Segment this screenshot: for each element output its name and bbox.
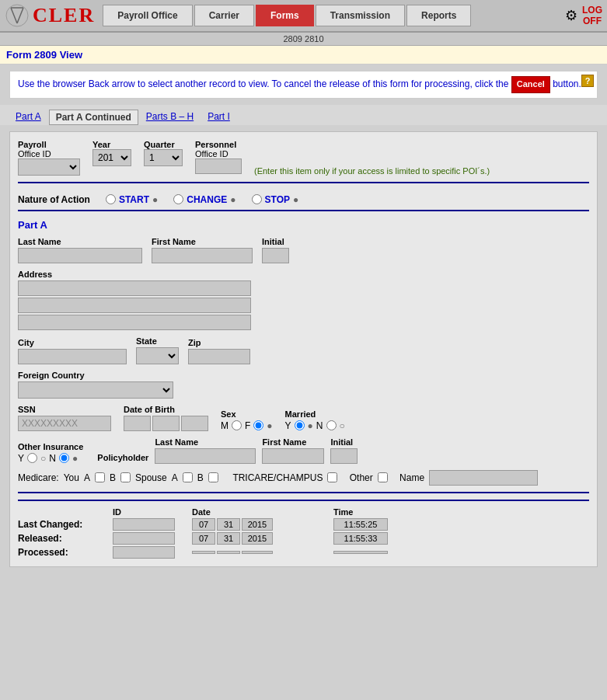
married-n-label: N — [316, 420, 323, 431]
tab-transmission[interactable]: Transmission — [316, 5, 405, 26]
medicare-spouse-label: Spouse — [135, 472, 167, 483]
start-label: START — [119, 194, 149, 205]
dob-month-input[interactable] — [124, 416, 151, 431]
page-title-bar: Form 2809 View — [0, 46, 607, 64]
processed-id-input[interactable] — [113, 546, 175, 559]
married-y-radio[interactable] — [295, 420, 305, 430]
sex-f-label: F — [245, 420, 250, 431]
tab-part-i[interactable]: Part I — [201, 110, 236, 125]
year-select[interactable]: 201 — [92, 149, 131, 166]
sex-label: Sex — [221, 409, 273, 419]
other-insurance-label: Other Insurance — [18, 442, 83, 451]
medicare-spouse-a-checkbox[interactable] — [183, 472, 193, 482]
cancel-button[interactable]: Cancel — [511, 76, 550, 93]
tab-reports[interactable]: Reports — [406, 5, 471, 26]
sex-m-radio[interactable] — [232, 420, 242, 430]
other-label: Other — [350, 472, 373, 483]
log-off-button[interactable]: LOGOFF — [582, 5, 602, 26]
zip-input[interactable] — [188, 349, 250, 364]
insurance-row: Other Insurance Y ○ N ● Policyholder Las… — [18, 437, 589, 464]
tricare-checkbox[interactable] — [327, 472, 337, 482]
last-changed-month: 07 — [192, 518, 215, 531]
married-n-radio[interactable] — [326, 420, 337, 430]
ssn-input[interactable] — [18, 416, 111, 431]
payroll-office-select[interactable] — [18, 158, 80, 176]
poi-hint: (Enter this item only if your access is … — [254, 166, 490, 176]
city-label: City — [18, 338, 127, 347]
tab-payroll-office[interactable]: Payroll Office — [103, 5, 192, 26]
address-stack — [18, 280, 589, 330]
initial-group: Initial — [262, 237, 289, 263]
change-radio[interactable] — [173, 194, 183, 204]
processed-day — [217, 551, 240, 554]
medicare-spouse-b-label: B — [197, 472, 204, 483]
tab-carrier[interactable]: Carrier — [194, 5, 254, 26]
personnel-office-input[interactable] — [195, 158, 242, 174]
last-changed-year: 2015 — [242, 518, 273, 531]
dob-day-input[interactable] — [152, 416, 180, 431]
address-input-3[interactable] — [18, 315, 251, 330]
status-blank — [18, 507, 111, 517]
ph-initial-label: Initial — [330, 437, 358, 447]
married-group: Married Y ● N ○ — [285, 409, 345, 431]
ph-first-name-input[interactable] — [262, 448, 324, 464]
payroll-label1: Payroll — [18, 140, 80, 149]
status-time-header: Time — [333, 507, 442, 517]
other-ins-y-radio[interactable] — [27, 453, 37, 463]
other-ins-n-label: N — [49, 453, 56, 464]
tab-part-a-continued[interactable]: Part A Continued — [49, 110, 138, 125]
sex-f-radio[interactable] — [253, 420, 263, 430]
ph-last-name-label: Last Name — [155, 437, 256, 447]
state-group: State — [136, 336, 179, 364]
main-form: Payroll Office ID Year 201 Quarter 1 Per… — [9, 131, 598, 567]
medicare-spouse-b-checkbox[interactable] — [208, 472, 218, 482]
ssn-row: SSN Date of Birth Sex M F ● Married — [18, 405, 589, 431]
dob-label: Date of Birth — [124, 405, 208, 414]
info-icon: ? — [581, 75, 594, 87]
quarter-select[interactable]: 1 — [144, 149, 183, 166]
last-name-input[interactable] — [18, 248, 142, 263]
other-checkbox[interactable] — [378, 472, 388, 482]
quarter-label: Quarter — [144, 140, 183, 149]
medicare-you-b-checkbox[interactable] — [120, 472, 131, 482]
medicare-you-label: You — [64, 472, 79, 483]
address-input-2[interactable] — [18, 298, 251, 313]
name-label: Name — [399, 472, 424, 483]
ph-last-name-input[interactable] — [155, 448, 256, 464]
last-changed-id-input[interactable] — [113, 518, 175, 531]
sex-group: Sex M F ● — [221, 409, 273, 431]
change-label: CHANGE — [187, 194, 227, 205]
logo-text: CLER — [33, 4, 95, 27]
personnel-label2: Office ID — [195, 149, 242, 158]
payroll-office-group: Payroll Office ID — [18, 140, 80, 176]
dob-year-input[interactable] — [181, 416, 208, 431]
state-select[interactable] — [136, 347, 179, 364]
other-ins-n-radio[interactable] — [59, 453, 69, 463]
address-label: Address — [18, 270, 589, 279]
page-title: Form 2809 View — [6, 49, 82, 61]
tab-forms[interactable]: Forms — [256, 5, 314, 26]
start-radio[interactable] — [106, 194, 116, 204]
other-name-input[interactable] — [429, 470, 538, 486]
gear-icon[interactable]: ⚙ — [565, 7, 577, 24]
medicare-you-a-checkbox[interactable] — [95, 472, 105, 482]
ph-last-name-group: Last Name — [155, 437, 256, 464]
released-id-input[interactable] — [113, 532, 175, 545]
initial-input[interactable] — [262, 248, 289, 263]
address-input-1[interactable] — [18, 280, 251, 296]
stop-radio[interactable] — [252, 194, 262, 204]
initial-label: Initial — [262, 237, 289, 246]
tab-parts-b-h[interactable]: Parts B – H — [140, 110, 200, 125]
released-time: 11:55:33 — [333, 532, 388, 545]
form-tabs: Part A Part A Continued Parts B – H Part… — [0, 105, 607, 125]
tab-part-a[interactable]: Part A — [9, 110, 47, 125]
foreign-country-select[interactable] — [18, 381, 173, 399]
city-input[interactable] — [18, 349, 127, 364]
status-id-header: ID — [113, 507, 190, 517]
ph-initial-input[interactable] — [330, 448, 358, 464]
first-name-input[interactable] — [152, 248, 253, 263]
foreign-country-label: Foreign Country — [18, 371, 589, 380]
city-group: City — [18, 338, 127, 364]
nature-of-action-row: Nature of Action START ● CHANGE ● STOP ● — [18, 190, 589, 211]
info-message-end: button. — [553, 78, 581, 89]
